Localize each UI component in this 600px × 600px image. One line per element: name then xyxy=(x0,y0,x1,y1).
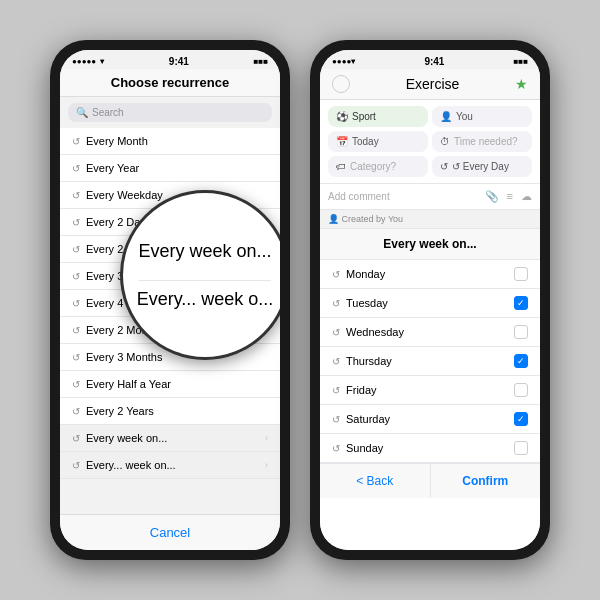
list-item[interactable]: ↺ Every Month xyxy=(60,128,280,155)
weekly-dialog-title: Every week on... xyxy=(320,229,540,260)
cancel-button[interactable]: Cancel xyxy=(60,514,280,550)
day-saturday[interactable]: ↺ Saturday ✓ xyxy=(320,405,540,434)
comment-placeholder: Add comment xyxy=(328,191,390,202)
category-label: Category? xyxy=(350,161,396,172)
attachment-icon[interactable]: 📎 xyxy=(485,190,499,203)
chevron-right-icon: › xyxy=(265,460,268,470)
back-button[interactable]: < Back xyxy=(320,464,431,498)
day-label: Saturday xyxy=(346,413,508,425)
battery-area-2: ■■■ xyxy=(514,57,529,66)
cloud-icon[interactable]: ☁ xyxy=(521,190,532,203)
phone-2-screen: ●●●●▾ 9:41 ■■■ Exercise ★ ⚽ Sport 👤 You xyxy=(320,50,540,550)
assignee-field[interactable]: 👤 You xyxy=(432,106,532,127)
day-friday[interactable]: ↺ Friday xyxy=(320,376,540,405)
signal-dots: ●●●●● xyxy=(72,57,96,66)
chevron-right-icon: › xyxy=(265,433,268,443)
weekly-dialog: Every week on... ↺ Monday ↺ Tuesday ✓ ↺ … xyxy=(320,229,540,550)
recur-icon: ↺ xyxy=(72,352,80,363)
recur-icon-day: ↺ xyxy=(332,327,340,338)
task-header: Exercise ★ xyxy=(320,69,540,100)
date-field[interactable]: 📅 Today xyxy=(328,131,428,152)
search-icon: 🔍 xyxy=(76,107,88,118)
time-display-2: 9:41 xyxy=(424,56,444,67)
nav-bar-1: Choose recurrence xyxy=(60,69,280,97)
recur-icon: ↺ xyxy=(72,163,80,174)
list-item[interactable]: ↺ Every Year xyxy=(60,155,280,182)
clock-icon: ⏱ xyxy=(440,136,450,147)
wifi-icon: ▾ xyxy=(100,57,104,66)
battery-icon: ■■■ xyxy=(254,57,269,66)
day-label: Friday xyxy=(346,384,508,396)
magnifier-line-2: Every... week o... xyxy=(137,289,274,310)
list-icon[interactable]: ≡ xyxy=(507,190,513,203)
recurrence-label: ↺ Every Day xyxy=(452,161,509,172)
status-bar-1: ●●●●● ▾ 9:41 ■■■ xyxy=(60,50,280,69)
created-by-text: Created by You xyxy=(342,214,404,224)
day-label: Sunday xyxy=(346,442,508,454)
recur-icon: ↺ xyxy=(72,190,80,201)
day-thursday[interactable]: ↺ Thursday ✓ xyxy=(320,347,540,376)
magnifier-bubble: Every week on... Every... week o... xyxy=(120,190,280,360)
magnifier-line-1: Every week on... xyxy=(138,241,271,262)
phone-1: ●●●●● ▾ 9:41 ■■■ Choose recurrence 🔍 Sea… xyxy=(50,40,290,560)
battery-icon-2: ■■■ xyxy=(514,57,529,66)
thursday-checkbox[interactable]: ✓ xyxy=(514,354,528,368)
task-fields: ⚽ Sport 👤 You 📅 Today ⏱ Time needed? 🏷 C… xyxy=(320,100,540,184)
friday-checkbox[interactable] xyxy=(514,383,528,397)
calendar-icon: 📅 xyxy=(336,136,348,147)
status-bar-2: ●●●●▾ 9:41 ■■■ xyxy=(320,50,540,69)
sunday-checkbox[interactable] xyxy=(514,441,528,455)
recur-icon-day: ↺ xyxy=(332,298,340,309)
recur-icon-2: ↺ xyxy=(440,161,448,172)
recur-icon-day: ↺ xyxy=(332,356,340,367)
recur-icon-day: ↺ xyxy=(332,385,340,396)
sport-label: Sport xyxy=(352,111,376,122)
monday-checkbox[interactable] xyxy=(514,267,528,281)
recur-icon: ↺ xyxy=(72,136,80,147)
recur-icon: ↺ xyxy=(72,433,80,444)
every-week-item[interactable]: ↺ Every week on... › xyxy=(60,425,280,452)
recur-icon: ↺ xyxy=(72,244,80,255)
recur-icon: ↺ xyxy=(72,406,80,417)
day-monday[interactable]: ↺ Monday xyxy=(320,260,540,289)
item-label: Every week on... xyxy=(86,432,259,444)
confirm-button[interactable]: Confirm xyxy=(431,464,541,498)
time-field[interactable]: ⏱ Time needed? xyxy=(432,131,532,152)
recur-icon: ↺ xyxy=(72,325,80,336)
recur-icon: ↺ xyxy=(72,217,80,228)
phone-1-screen: ●●●●● ▾ 9:41 ■■■ Choose recurrence 🔍 Sea… xyxy=(60,50,280,550)
item-label: Every Month xyxy=(86,135,268,147)
item-label: Every 2 Years xyxy=(86,405,268,417)
day-label: Thursday xyxy=(346,355,508,367)
item-label: Every Year xyxy=(86,162,268,174)
cancel-label: Cancel xyxy=(150,525,190,540)
list-item[interactable]: ↺ Every 2 Years xyxy=(60,398,280,425)
complete-button[interactable] xyxy=(332,75,350,93)
comment-bar[interactable]: Add comment 📎 ≡ ☁ xyxy=(320,184,540,210)
star-icon[interactable]: ★ xyxy=(515,76,528,92)
recur-icon-day: ↺ xyxy=(332,414,340,425)
dialog-actions: < Back Confirm xyxy=(320,463,540,498)
day-sunday[interactable]: ↺ Sunday xyxy=(320,434,540,463)
recur-icon: ↺ xyxy=(72,271,80,282)
avatar-icon: 👤 xyxy=(328,214,339,224)
tuesday-checkbox[interactable]: ✓ xyxy=(514,296,528,310)
search-bar[interactable]: 🔍 Search xyxy=(68,103,272,122)
saturday-checkbox[interactable]: ✓ xyxy=(514,412,528,426)
recurrence-field[interactable]: ↺ ↺ Every Day xyxy=(432,156,532,177)
list-item[interactable]: ↺ Every Half a Year xyxy=(60,371,280,398)
wednesday-checkbox[interactable] xyxy=(514,325,528,339)
comment-icons: 📎 ≡ ☁ xyxy=(485,190,532,203)
magnifier-divider xyxy=(139,280,270,281)
category-field[interactable]: 🏷 Category? xyxy=(328,156,428,177)
every-week-on-item[interactable]: ↺ Every... week on... › xyxy=(60,452,280,479)
recur-icon: ↺ xyxy=(72,460,80,471)
signal-dots-2: ●●●●▾ xyxy=(332,57,355,66)
sport-field[interactable]: ⚽ Sport xyxy=(328,106,428,127)
tag-icon: 🏷 xyxy=(336,161,346,172)
day-tuesday[interactable]: ↺ Tuesday ✓ xyxy=(320,289,540,318)
item-label: Every... week on... xyxy=(86,459,259,471)
nav-title-1: Choose recurrence xyxy=(111,75,230,90)
day-wednesday[interactable]: ↺ Wednesday xyxy=(320,318,540,347)
signal-area: ●●●●● ▾ xyxy=(72,57,104,66)
